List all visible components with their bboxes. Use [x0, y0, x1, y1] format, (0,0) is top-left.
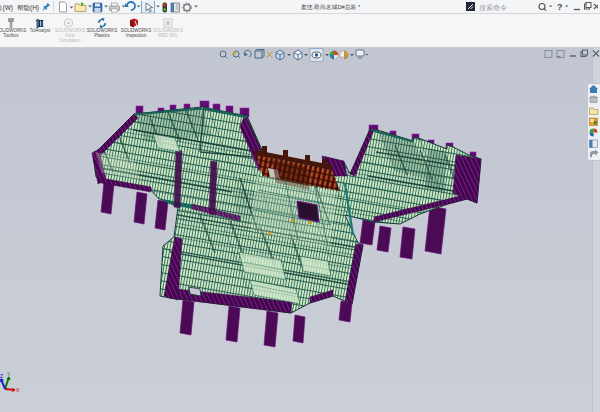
svg-text:Y: Y	[7, 371, 11, 377]
svg-text:Z: Z	[0, 373, 3, 379]
svg-text:X: X	[16, 387, 20, 393]
